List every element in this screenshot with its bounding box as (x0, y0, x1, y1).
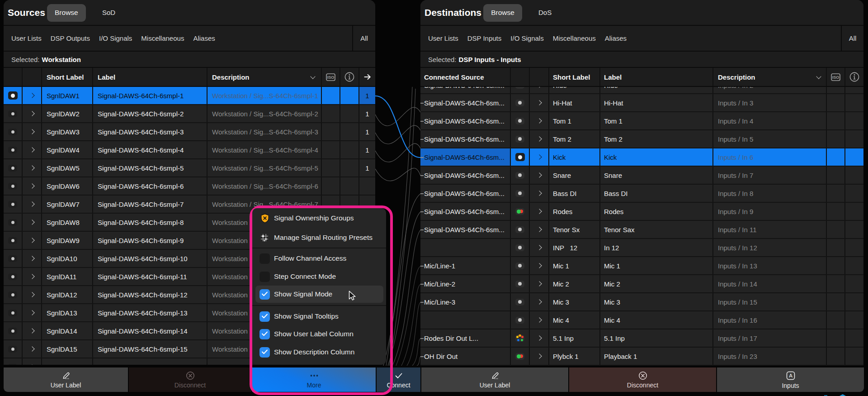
svg-text:A: A (789, 373, 793, 378)
svg-text:ISO: ISO (327, 75, 335, 80)
svg-text:ISO: ISO (832, 75, 840, 80)
